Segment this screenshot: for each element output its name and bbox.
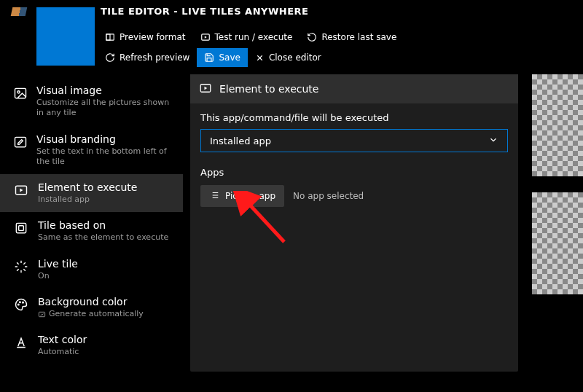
header-left <box>0 0 95 67</box>
execute-type-dropdown[interactable]: Installed app <box>200 129 508 152</box>
sidebar: Visual image Customize all the pictures … <box>0 67 183 392</box>
window: TILE EDITOR - LIVE TILES ANYWHERE Previe… <box>0 0 583 392</box>
panel: Element to execute This app/command/file… <box>190 74 518 372</box>
restore-label: Restore last save <box>321 32 396 42</box>
palette-icon <box>13 296 29 319</box>
preview-rail <box>526 67 583 392</box>
pick-app-label: Pick an app <box>225 191 275 201</box>
nav-sub: Customize all the pictures shown in any … <box>36 98 176 119</box>
pick-app-status: No app selected <box>293 191 364 201</box>
nav-title: Background color <box>38 296 144 307</box>
nav-title: Live tile <box>38 258 78 270</box>
tile-icon <box>13 219 29 243</box>
svg-point-11 <box>23 302 24 303</box>
test-run-icon <box>200 32 211 42</box>
nav-sub: Set the text in the bottom left of the t… <box>36 146 176 168</box>
panel-body: This app/command/file will be executed I… <box>190 103 518 216</box>
nav-sub: Same as the element to execute <box>38 232 168 243</box>
execute-icon <box>13 181 29 205</box>
image-icon <box>13 85 28 119</box>
refresh-icon <box>105 52 115 63</box>
nav-sub: On <box>38 271 78 281</box>
svg-rect-8 <box>19 226 24 231</box>
test-run-label: Test run / execute <box>215 32 293 42</box>
field-label: This app/command/file will be executed <box>200 112 508 123</box>
nav-title: Element to execute <box>38 181 137 193</box>
panel-heading-text: Element to execute <box>219 83 318 95</box>
nav-sub: Automatic <box>38 347 87 357</box>
preview-format-button[interactable]: Preview format <box>98 28 193 47</box>
nav-title: Tile based on <box>38 219 168 231</box>
panel-heading: Element to execute <box>190 74 518 103</box>
transparency-swatch <box>532 192 583 294</box>
apps-label: Apps <box>200 167 508 178</box>
svg-point-4 <box>17 91 20 93</box>
text-color-icon <box>13 334 29 357</box>
nav-title: Visual branding <box>36 133 176 145</box>
save-button[interactable]: Save <box>197 48 247 67</box>
dropdown-value: Installed app <box>210 136 271 146</box>
save-icon <box>204 52 214 63</box>
close-label: Close editor <box>269 52 321 63</box>
refresh-preview-button[interactable]: Refresh preview <box>98 48 197 67</box>
toolbar: Preview format Test run / execute Restor… <box>95 28 583 67</box>
svg-rect-5 <box>15 137 26 146</box>
svg-rect-1 <box>106 34 110 40</box>
window-title: TILE EDITOR - LIVE TILES ANYWHERE <box>95 0 583 28</box>
nav-sub: Generate automatically <box>38 309 144 319</box>
nav-title: Visual image <box>36 85 176 96</box>
test-run-button[interactable]: Test run / execute <box>193 28 300 47</box>
nav-visual-image[interactable]: Visual image Customize all the pictures … <box>0 77 183 126</box>
body: Visual image Customize all the pictures … <box>0 67 583 392</box>
svg-rect-3 <box>15 88 26 98</box>
restore-button[interactable]: Restore last save <box>300 28 404 47</box>
nav-background-color[interactable]: Background color Generate automatically <box>0 289 183 326</box>
header-right: TILE EDITOR - LIVE TILES ANYWHERE Previe… <box>95 0 583 67</box>
nav-sub: Installed app <box>38 195 137 205</box>
preview-format-icon <box>105 32 115 42</box>
nav-element-to-execute[interactable]: Element to execute Installed app <box>0 174 183 212</box>
undo-icon <box>307 32 317 42</box>
nav-visual-branding[interactable]: Visual branding Set the text in the bott… <box>0 126 183 175</box>
header: TILE EDITOR - LIVE TILES ANYWHERE Previe… <box>0 0 583 67</box>
transparency-swatch <box>532 74 583 176</box>
nav-title: Text color <box>38 334 87 345</box>
svg-point-10 <box>20 302 21 303</box>
nav-text-color[interactable]: Text color Automatic <box>0 326 183 364</box>
close-editor-button[interactable]: Close editor <box>248 48 329 67</box>
sparkle-icon <box>13 258 29 281</box>
preview-format-label: Preview format <box>120 32 186 42</box>
chevron-down-icon <box>488 135 498 147</box>
close-icon <box>255 53 265 63</box>
wand-icon <box>38 310 46 318</box>
content: Element to execute This app/command/file… <box>183 67 526 392</box>
nav-live-tile[interactable]: Live tile On <box>0 251 183 289</box>
edit-icon <box>13 133 28 168</box>
execute-icon <box>199 82 212 97</box>
list-icon <box>209 190 219 203</box>
nav-tile-based-on[interactable]: Tile based on Same as the element to exe… <box>0 212 183 250</box>
tile-preview <box>36 7 95 66</box>
pick-app-button[interactable]: Pick an app <box>200 185 284 207</box>
svg-rect-7 <box>16 224 26 233</box>
svg-point-9 <box>17 304 19 305</box>
svg-rect-13 <box>17 347 26 348</box>
refresh-label: Refresh preview <box>120 52 189 63</box>
save-label: Save <box>219 52 240 63</box>
app-icon <box>11 7 28 16</box>
apps-row: Pick an app No app selected <box>200 185 508 207</box>
